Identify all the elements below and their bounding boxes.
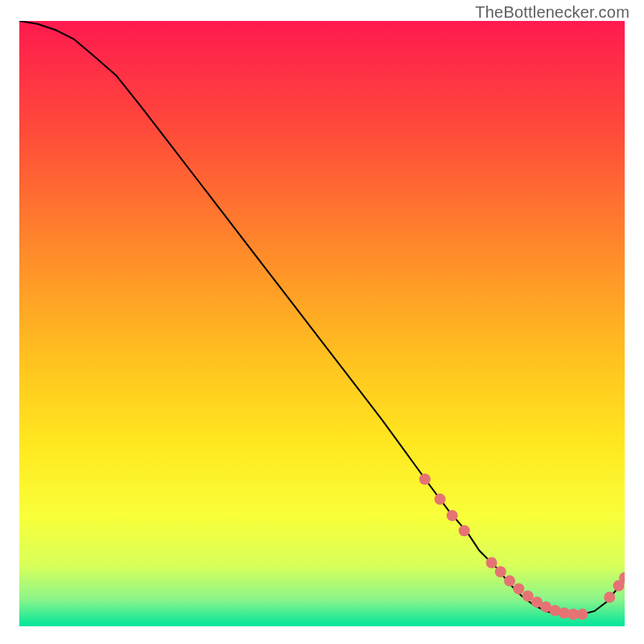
data-point: [435, 493, 446, 505]
data-point: [495, 566, 506, 577]
plot-area: [19, 21, 625, 626]
chart-container: TheBottlenecker.com: [0, 0, 644, 644]
watermark-text: TheBottlenecker.com: [475, 3, 630, 22]
gradient-background: [19, 21, 625, 626]
chart-svg: [19, 21, 625, 626]
data-point: [447, 510, 458, 521]
data-point: [504, 576, 515, 587]
data-point: [419, 473, 431, 485]
data-point: [513, 583, 524, 594]
data-point: [486, 557, 497, 568]
data-point: [576, 609, 588, 620]
data-point: [459, 525, 470, 536]
data-point: [604, 592, 615, 603]
